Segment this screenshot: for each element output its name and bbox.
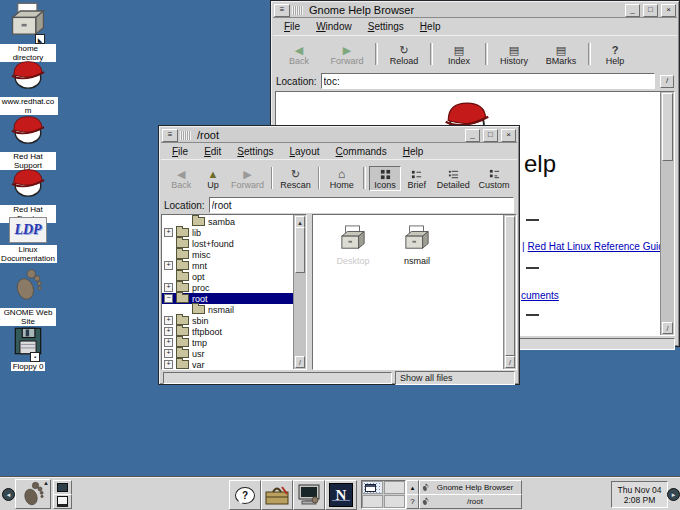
- window-menu-icon[interactable]: ≡: [162, 129, 178, 142]
- minimize-icon[interactable]: _: [625, 4, 640, 17]
- menu-file[interactable]: File: [277, 20, 307, 33]
- index-page-icon: ▤: [454, 43, 464, 56]
- scrollbar-resize-grip[interactable]: /: [662, 322, 673, 334]
- help-button[interactable]: ?Help: [594, 42, 636, 67]
- deskguide-arrow-button[interactable]: ▴: [406, 480, 419, 495]
- pager-desktop-3[interactable]: [362, 495, 383, 508]
- scrollbar-resize-grip[interactable]: /: [295, 356, 305, 368]
- help-window-titlebar[interactable]: ≡ Gnome Help Browser _ □ ×: [273, 3, 677, 18]
- expand-toggle-icon[interactable]: +: [164, 283, 173, 292]
- menu-layout[interactable]: Layout: [283, 145, 327, 158]
- gmc-statusbar: Show all files: [161, 370, 517, 386]
- home-button[interactable]: ⌂Home: [323, 166, 359, 191]
- reference-guide-link[interactable]: Red Hat Linux Reference Guide: [528, 241, 670, 252]
- index-button[interactable]: ▤Index: [436, 42, 482, 67]
- help-launcher[interactable]: ?: [229, 480, 261, 510]
- scrollbar-thumb[interactable]: [505, 216, 515, 356]
- brief-view-button[interactable]: Brief: [401, 166, 432, 191]
- desktop-icon-gnome-web-site[interactable]: GNOME Web Site: [0, 268, 56, 326]
- configuration-launcher[interactable]: [261, 480, 293, 510]
- file-item-desktop[interactable]: Desktop: [325, 225, 381, 266]
- up-button[interactable]: ▲Up: [199, 166, 228, 191]
- minimize-icon[interactable]: _: [465, 129, 480, 142]
- window-menu-icon[interactable]: ≡: [274, 4, 290, 17]
- close-icon[interactable]: ×: [501, 129, 516, 142]
- expand-toggle-icon[interactable]: +: [164, 338, 173, 347]
- tree-vertical-scrollbar[interactable]: ▴ /: [293, 215, 306, 369]
- menu-edit[interactable]: Edit: [197, 145, 228, 158]
- netscape-launcher[interactable]: N: [325, 480, 357, 510]
- collapse-toggle-icon[interactable]: −: [164, 294, 173, 303]
- location-label: Location:: [164, 200, 205, 211]
- desktop-icon-red-hat-support[interactable]: Red Hat Support: [0, 110, 56, 170]
- location-input[interactable]: [209, 197, 514, 213]
- expand-toggle-icon[interactable]: +: [164, 327, 173, 336]
- reload-button[interactable]: ↻Reload: [381, 42, 427, 67]
- history-button[interactable]: ▤History: [491, 42, 537, 67]
- expand-toggle-icon[interactable]: +: [164, 360, 173, 369]
- scrollbar-thumb[interactable]: [295, 227, 305, 273]
- applet-button-bottom[interactable]: [53, 494, 72, 509]
- pager-desktop-1-active[interactable]: [362, 481, 383, 494]
- rescan-button[interactable]: ↻Rescan: [276, 166, 314, 191]
- tree-item-var[interactable]: +var: [162, 359, 293, 370]
- back-button[interactable]: ◀Back: [164, 166, 199, 191]
- panel-hide-right-icon[interactable]: ▸: [667, 488, 680, 501]
- menu-file[interactable]: File: [165, 145, 195, 158]
- menu-settings[interactable]: Settings: [361, 20, 411, 33]
- applet-button-top[interactable]: [53, 480, 72, 495]
- file-icon-view[interactable]: Desktop nsmail /: [312, 214, 517, 370]
- bmarks-button[interactable]: ▤BMarks: [537, 42, 585, 67]
- files-vertical-scrollbar[interactable]: /: [503, 215, 516, 369]
- terminal-launcher[interactable]: [293, 480, 325, 510]
- task-button-root[interactable]: /root: [419, 494, 522, 509]
- close-icon[interactable]: ×: [661, 4, 676, 17]
- scrollbar-thumb[interactable]: [662, 93, 673, 161]
- back-button[interactable]: ◀Back: [276, 42, 322, 67]
- expand-toggle-icon[interactable]: +: [164, 316, 173, 325]
- menu-help[interactable]: Help: [413, 20, 448, 33]
- panel-hide-left-icon[interactable]: ◂: [2, 488, 15, 501]
- location-dropdown-icon[interactable]: /: [660, 75, 674, 88]
- scrollbar-resize-grip[interactable]: /: [505, 356, 515, 368]
- forward-button[interactable]: ▶Forward: [228, 166, 268, 191]
- clock-applet[interactable]: Thu Nov 04 2:08 PM: [611, 481, 668, 508]
- maximize-icon[interactable]: □: [483, 129, 498, 142]
- reload-icon: ↻: [399, 43, 408, 56]
- menu-settings[interactable]: Settings: [230, 145, 280, 158]
- menu-commands[interactable]: Commands: [329, 145, 394, 158]
- documents-link-fragment[interactable]: cuments: [521, 290, 559, 301]
- folder-icon: [176, 239, 189, 248]
- task-label: /root: [431, 497, 519, 506]
- desktop-icon-www-redhat-com[interactable]: www.redhat.com: [0, 55, 56, 115]
- location-input[interactable]: [321, 73, 655, 89]
- desktop-icon-linux-documentation[interactable]: LDP Linux Documentation: [0, 217, 56, 263]
- desktop-icon-floppy-0[interactable]: ▪ Floppy 0: [0, 326, 56, 371]
- maximize-icon[interactable]: □: [643, 4, 658, 17]
- main-menu-button[interactable]: ▲: [15, 479, 51, 509]
- expand-toggle-icon[interactable]: +: [164, 349, 173, 358]
- window-title: /root: [193, 129, 223, 141]
- custom-view-button[interactable]: Custom: [474, 166, 514, 191]
- expand-toggle-icon[interactable]: +: [164, 261, 173, 270]
- desktop-icon-home-directory[interactable]: ◣ home directory: [0, 2, 56, 62]
- task-button-help-browser[interactable]: Gnome Help Browser: [419, 480, 522, 495]
- menu-help[interactable]: Help: [396, 145, 431, 158]
- location-label: Location:: [276, 76, 317, 87]
- help-vertical-scrollbar[interactable]: /: [660, 92, 674, 335]
- pager-desktop-4[interactable]: [384, 495, 405, 508]
- desktop-icon-red-hat-errata[interactable]: Red Hat Errata: [0, 163, 56, 223]
- device-emblem-icon: ▪: [30, 352, 40, 362]
- drawer-icon: ◣: [7, 2, 49, 42]
- file-item-nsmail[interactable]: nsmail: [389, 225, 445, 266]
- deskguide-pager[interactable]: [361, 480, 406, 509]
- deskguide-question-button[interactable]: ?: [406, 494, 419, 509]
- expand-toggle-icon[interactable]: +: [164, 228, 173, 237]
- pager-desktop-2[interactable]: [384, 481, 405, 494]
- menu-window[interactable]: Window: [309, 20, 359, 33]
- tree-item-root[interactable]: −root: [162, 293, 293, 304]
- icons-view-button[interactable]: Icons: [369, 166, 402, 191]
- forward-button[interactable]: ▶Forward: [322, 42, 372, 67]
- detailed-view-button[interactable]: Detailed: [432, 166, 474, 191]
- gmc-window-titlebar[interactable]: ≡ /root _ □ ×: [161, 128, 517, 143]
